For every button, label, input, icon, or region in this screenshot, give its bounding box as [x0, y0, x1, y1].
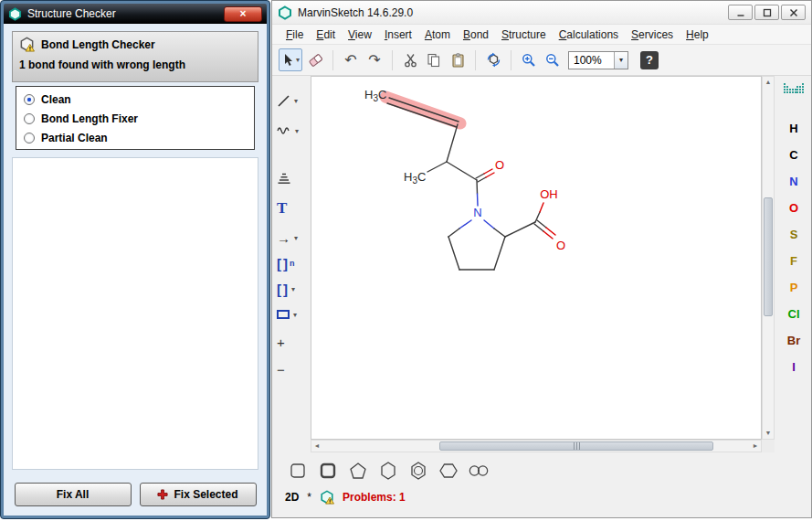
horizontal-scroll-thumb[interactable] [439, 441, 713, 451]
copy-button[interactable] [423, 48, 445, 71]
menu-view[interactable]: View [342, 27, 378, 43]
close-button[interactable] [781, 5, 806, 20]
radio-unselected-icon[interactable] [24, 133, 35, 144]
element-button-h[interactable]: H [775, 122, 812, 135]
atom-label-methyl-top[interactable]: H3C [364, 88, 386, 103]
redo-button[interactable]: ↷ [364, 48, 385, 71]
template-cyclohexane-alt-button[interactable] [438, 460, 459, 482]
undo-button[interactable]: ↶ [340, 48, 362, 71]
checker-close-button[interactable]: × [224, 6, 262, 22]
element-button-n[interactable]: N [775, 175, 812, 188]
zoom-level-combo[interactable]: 100% ▾ [568, 51, 628, 69]
modified-indicator: * [307, 491, 311, 504]
square-ring-bold-icon [318, 461, 338, 481]
hashed-bond-tool-button[interactable] [277, 170, 308, 186]
element-button-cl[interactable]: Cl [775, 307, 812, 321]
menu-edit[interactable]: Edit [310, 27, 342, 43]
drawing-tool-column: ▾ ▾ T → ▾ [ ] n [272, 76, 311, 456]
reaction-arrow-tool-button[interactable]: → ▾ [277, 229, 308, 246]
radio-selected-icon[interactable] [24, 94, 35, 105]
radio-option-clean[interactable]: Clean [24, 90, 247, 109]
template-pentagon-button[interactable] [347, 460, 369, 482]
template-hexagon-button[interactable] [377, 460, 399, 482]
sketch-canvas[interactable]: H3C H3C N O OH O [311, 76, 762, 440]
radio-label: Clean [41, 93, 71, 106]
bracket-close-icon: ] [283, 257, 288, 271]
canvas-vertical-scrollbar[interactable]: ▲ ▼ [762, 76, 775, 440]
menu-atom[interactable]: Atom [418, 27, 457, 43]
periodic-table-button[interactable] [784, 83, 804, 96]
element-button-p[interactable]: P [775, 281, 812, 294]
molecule-drawing: H3C H3C N O OH O [311, 77, 761, 439]
scroll-right-icon[interactable]: ► [750, 441, 761, 452]
problems-count[interactable]: Problems: 1 [343, 491, 406, 504]
zoom-out-icon [545, 53, 560, 68]
minimize-button[interactable] [728, 5, 753, 20]
help-button[interactable]: ? [640, 51, 659, 69]
dimension-indicator[interactable]: 2D [285, 491, 299, 504]
check-structure-button[interactable] [482, 48, 504, 71]
toolbar-separator [511, 50, 511, 70]
workarea: ▾ ▾ T → ▾ [ ] n [272, 76, 811, 456]
checker-titlebar[interactable]: Structure Checker × [4, 4, 267, 24]
bracket-tool-button[interactable]: [ ] ▾ [277, 281, 308, 297]
close-icon: × [239, 7, 246, 20]
wavy-bond-tool-button[interactable]: ▾ [277, 122, 308, 139]
select-tool-button[interactable]: ▾ [279, 48, 302, 71]
menu-file[interactable]: File [279, 27, 310, 43]
radio-unselected-icon[interactable] [24, 113, 35, 124]
template-benzene-button[interactable] [407, 460, 429, 482]
atom-label-carbonyl-oxygen[interactable]: O [495, 158, 504, 172]
menu-help[interactable]: Help [680, 27, 715, 43]
decrease-charge-button[interactable]: − [277, 361, 308, 377]
element-button-s[interactable]: S [775, 228, 812, 241]
element-button-o[interactable]: O [775, 201, 812, 215]
scrollbar-corner [762, 440, 775, 452]
cut-button[interactable] [399, 48, 421, 71]
bond-tool-button[interactable]: ▾ [277, 92, 308, 109]
atom-label-hydroxyl[interactable]: OH [540, 187, 558, 201]
scroll-left-icon[interactable]: ◄ [311, 441, 322, 452]
element-button-f[interactable]: F [775, 254, 812, 268]
template-cyclobutane-button[interactable] [287, 460, 309, 482]
zoom-in-button[interactable] [518, 48, 540, 71]
template-fused-rings-button[interactable] [468, 460, 490, 482]
radio-option-partial-clean[interactable]: Partial Clean [24, 128, 247, 147]
text-tool-button[interactable]: T [277, 199, 308, 216]
atom-label-nitrogen[interactable]: N [473, 206, 481, 219]
maximize-button[interactable] [754, 5, 779, 20]
scroll-up-icon[interactable]: ▲ [763, 77, 774, 88]
hexagon-ring-icon [378, 461, 398, 481]
canvas-horizontal-scrollbar[interactable]: ◄ ► [311, 440, 762, 452]
radio-option-bond-length-fixer[interactable]: Bond Length Fixer [24, 109, 247, 128]
checker-results-list[interactable] [12, 157, 258, 470]
chevron-down-icon: ▾ [296, 56, 300, 64]
bracket-close-icon: ] [283, 282, 288, 296]
zoom-out-button[interactable] [542, 48, 564, 71]
eraser-icon [308, 53, 323, 68]
zoom-dropdown-button[interactable]: ▾ [614, 52, 627, 69]
vertical-scroll-thumb[interactable] [764, 197, 773, 316]
fix-selected-button[interactable]: Fix Selected [140, 483, 257, 506]
scroll-down-icon[interactable]: ▼ [763, 428, 774, 439]
eraser-button[interactable] [304, 48, 326, 71]
main-titlebar[interactable]: MarvinSketch 14.6.29.0 [272, 1, 811, 25]
element-button-c[interactable]: C [775, 148, 812, 162]
element-button-br[interactable]: Br [775, 334, 812, 347]
menu-bond[interactable]: Bond [457, 27, 495, 43]
rectangle-selection-tool-button[interactable]: ▾ [277, 306, 308, 323]
menu-services[interactable]: Services [625, 27, 680, 43]
atom-label-methyl-branch[interactable]: H3C [404, 170, 426, 186]
repeating-group-tool-button[interactable]: [ ] n [277, 255, 308, 271]
menu-structure[interactable]: Structure [495, 27, 553, 43]
increase-charge-button[interactable]: + [277, 334, 308, 350]
minimize-icon [735, 7, 746, 18]
fix-all-button[interactable]: Fix All [15, 483, 132, 506]
element-button-i[interactable]: I [775, 360, 812, 374]
maximize-icon [762, 7, 773, 18]
paste-button[interactable] [447, 48, 469, 71]
menu-insert[interactable]: Insert [378, 27, 418, 43]
menu-calculations[interactable]: Calculations [553, 27, 625, 43]
template-cyclopentane-button[interactable] [317, 460, 339, 482]
atom-label-carboxyl-oxygen[interactable]: O [556, 239, 565, 252]
